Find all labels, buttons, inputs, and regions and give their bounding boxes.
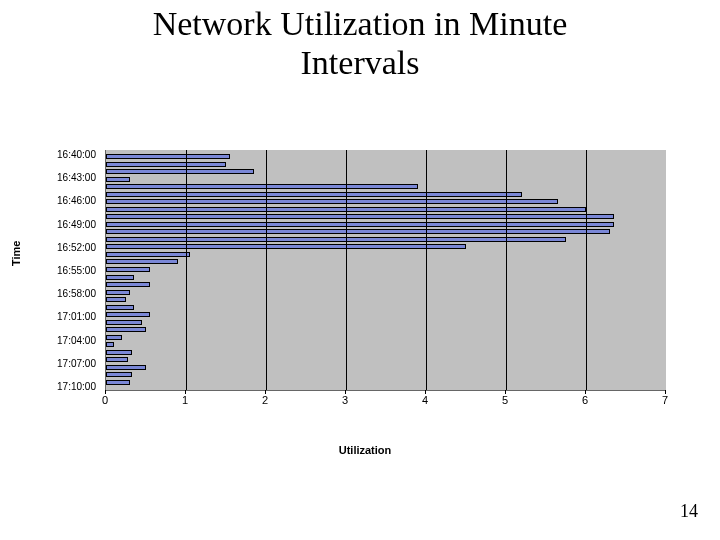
bar: [106, 252, 190, 257]
bar-slot: [106, 282, 666, 288]
gridline: [426, 150, 427, 390]
bar: [106, 259, 178, 264]
bar-slot: [106, 154, 666, 160]
gridline: [506, 150, 507, 390]
x-tick-label: 5: [502, 394, 508, 406]
chart: Time 16:40:0016:43:0016:46:0016:49:0016:…: [40, 150, 690, 450]
bar: [106, 184, 418, 189]
bar-slot: [106, 357, 666, 363]
x-tick-label: 1: [182, 394, 188, 406]
bar-slot: [106, 207, 666, 213]
gridline: [586, 150, 587, 390]
bar-slot: [106, 267, 666, 273]
y-tick-label: 17:01:00: [57, 311, 96, 322]
bar-slot: [106, 214, 666, 220]
bar: [106, 229, 610, 234]
bar: [106, 244, 466, 249]
bar: [106, 357, 128, 362]
bar: [106, 342, 114, 347]
y-tick-label: 16:43:00: [57, 172, 96, 183]
bar: [106, 282, 150, 287]
y-tick-label: 16:49:00: [57, 218, 96, 229]
bar: [106, 222, 614, 227]
x-tick-label: 2: [262, 394, 268, 406]
bar: [106, 335, 122, 340]
bar: [106, 312, 150, 317]
gridline: [346, 150, 347, 390]
y-tick-label: 17:10:00: [57, 381, 96, 392]
y-tick-label: 16:40:00: [57, 149, 96, 160]
bar: [106, 162, 226, 167]
x-axis-ticks: 01234567: [105, 394, 665, 410]
bar: [106, 327, 146, 332]
bar-slot: [106, 229, 666, 235]
bar-slot: [106, 275, 666, 281]
bar-slot: [106, 199, 666, 205]
bar: [106, 267, 150, 272]
bar-slot: [106, 380, 666, 386]
x-tick-label: 6: [582, 394, 588, 406]
y-tick-label: 16:52:00: [57, 241, 96, 252]
bar-slot: [106, 350, 666, 356]
bar-slot: [106, 192, 666, 198]
slide: Network Utilization in Minute Intervals …: [0, 0, 720, 540]
bar-slot: [106, 184, 666, 190]
bar: [106, 169, 254, 174]
bar-slot: [106, 177, 666, 183]
gridline: [186, 150, 187, 390]
bar: [106, 177, 130, 182]
x-tick-label: 3: [342, 394, 348, 406]
bar-slot: [106, 169, 666, 175]
bar: [106, 320, 142, 325]
bar-slot: [106, 252, 666, 258]
y-axis-label: Time: [10, 241, 22, 266]
bar: [106, 199, 558, 204]
bar-slot: [106, 372, 666, 378]
bar-slot: [106, 365, 666, 371]
title-line-1: Network Utilization in Minute: [153, 5, 568, 42]
bar-slot: [106, 244, 666, 250]
x-tick-label: 4: [422, 394, 428, 406]
gridline: [266, 150, 267, 390]
y-tick-label: 16:55:00: [57, 265, 96, 276]
bars-container: [106, 154, 666, 386]
bar-slot: [106, 162, 666, 168]
title-line-2: Intervals: [301, 44, 420, 81]
bar: [106, 290, 130, 295]
bar-slot: [106, 327, 666, 333]
bar: [106, 154, 230, 159]
bar-slot: [106, 237, 666, 243]
slide-title: Network Utilization in Minute Intervals: [0, 4, 720, 82]
bar: [106, 365, 146, 370]
y-tick-label: 16:58:00: [57, 288, 96, 299]
bar-slot: [106, 222, 666, 228]
bar-slot: [106, 320, 666, 326]
bar: [106, 380, 130, 385]
bar: [106, 214, 614, 219]
bar-slot: [106, 342, 666, 348]
x-tick-label: 7: [662, 394, 668, 406]
bar: [106, 192, 522, 197]
bar: [106, 372, 132, 377]
bar: [106, 305, 134, 310]
x-axis-label: Utilization: [40, 444, 690, 456]
bar-slot: [106, 305, 666, 311]
plot-area: [105, 150, 666, 391]
x-tick-label: 0: [102, 394, 108, 406]
y-tick-label: 17:04:00: [57, 334, 96, 345]
y-axis-ticks: 16:40:0016:43:0016:46:0016:49:0016:52:00…: [40, 150, 102, 390]
bar-slot: [106, 335, 666, 341]
y-tick-label: 16:46:00: [57, 195, 96, 206]
bar-slot: [106, 312, 666, 318]
bar: [106, 275, 134, 280]
bar: [106, 237, 566, 242]
y-tick-label: 17:07:00: [57, 357, 96, 368]
bar-slot: [106, 259, 666, 265]
bar: [106, 350, 132, 355]
bar-slot: [106, 290, 666, 296]
bar-slot: [106, 297, 666, 303]
page-number: 14: [680, 501, 698, 522]
bar: [106, 297, 126, 302]
